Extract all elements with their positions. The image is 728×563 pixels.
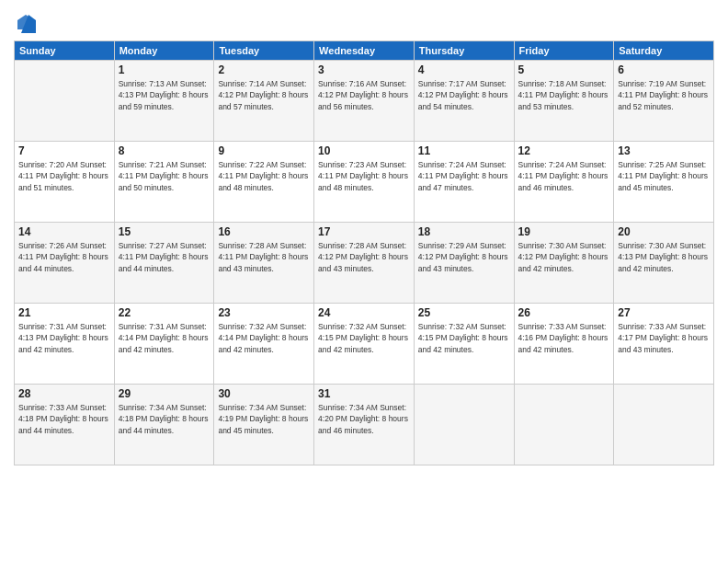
calendar-cell: 2Sunrise: 7:14 AM Sunset: 4:12 PM Daylig… (214, 61, 314, 142)
calendar-cell: 28Sunrise: 7:33 AM Sunset: 4:18 PM Dayli… (15, 385, 115, 465)
day-info: Sunrise: 7:24 AM Sunset: 4:11 PM Dayligh… (518, 159, 610, 193)
day-number: 30 (218, 387, 310, 400)
day-info: Sunrise: 7:33 AM Sunset: 4:16 PM Dayligh… (518, 321, 610, 355)
calendar-cell: 27Sunrise: 7:33 AM Sunset: 4:17 PM Dayli… (614, 304, 714, 385)
day-number: 12 (518, 144, 610, 157)
day-number: 21 (18, 306, 110, 319)
day-number: 15 (119, 225, 210, 238)
calendar-cell: 21Sunrise: 7:31 AM Sunset: 4:13 PM Dayli… (15, 304, 115, 385)
calendar-cell: 17Sunrise: 7:28 AM Sunset: 4:12 PM Dayli… (314, 223, 415, 304)
calendar-cell: 3Sunrise: 7:16 AM Sunset: 4:12 PM Daylig… (314, 61, 415, 142)
day-number: 2 (218, 63, 310, 76)
day-info: Sunrise: 7:25 AM Sunset: 4:11 PM Dayligh… (618, 159, 710, 193)
day-info: Sunrise: 7:33 AM Sunset: 4:18 PM Dayligh… (18, 402, 110, 436)
day-info: Sunrise: 7:21 AM Sunset: 4:11 PM Dayligh… (119, 159, 210, 193)
day-number: 3 (318, 63, 410, 76)
day-number: 17 (318, 225, 410, 238)
day-info: Sunrise: 7:22 AM Sunset: 4:11 PM Dayligh… (218, 159, 310, 193)
day-info: Sunrise: 7:19 AM Sunset: 4:11 PM Dayligh… (618, 78, 710, 112)
calendar-cell: 14Sunrise: 7:26 AM Sunset: 4:11 PM Dayli… (15, 223, 115, 304)
day-number: 6 (618, 63, 710, 76)
day-number: 13 (618, 144, 710, 157)
calendar-cell (15, 61, 115, 142)
calendar-cell: 22Sunrise: 7:31 AM Sunset: 4:14 PM Dayli… (114, 304, 214, 385)
calendar-cell: 16Sunrise: 7:28 AM Sunset: 4:11 PM Dayli… (214, 223, 314, 304)
calendar-cell: 30Sunrise: 7:34 AM Sunset: 4:19 PM Dayli… (214, 385, 314, 465)
day-info: Sunrise: 7:23 AM Sunset: 4:11 PM Dayligh… (318, 159, 410, 193)
day-info: Sunrise: 7:14 AM Sunset: 4:12 PM Dayligh… (218, 78, 310, 112)
calendar-cell: 5Sunrise: 7:18 AM Sunset: 4:11 PM Daylig… (514, 61, 614, 142)
calendar-cell: 10Sunrise: 7:23 AM Sunset: 4:11 PM Dayli… (314, 142, 415, 223)
day-info: Sunrise: 7:17 AM Sunset: 4:12 PM Dayligh… (418, 78, 510, 112)
calendar-cell: 1Sunrise: 7:13 AM Sunset: 4:13 PM Daylig… (114, 61, 214, 142)
calendar-cell: 23Sunrise: 7:32 AM Sunset: 4:14 PM Dayli… (214, 304, 314, 385)
logo-icon (16, 13, 36, 33)
calendar-cell: 31Sunrise: 7:34 AM Sunset: 4:20 PM Dayli… (314, 385, 415, 465)
header (14, 9, 714, 33)
day-info: Sunrise: 7:32 AM Sunset: 4:14 PM Dayligh… (218, 321, 310, 355)
calendar-cell (614, 385, 714, 465)
day-number: 20 (618, 225, 710, 238)
logo (14, 13, 36, 33)
day-number: 28 (18, 387, 110, 400)
calendar-cell: 9Sunrise: 7:22 AM Sunset: 4:11 PM Daylig… (214, 142, 314, 223)
calendar-cell: 18Sunrise: 7:29 AM Sunset: 4:12 PM Dayli… (414, 223, 514, 304)
day-number: 22 (119, 306, 210, 319)
day-info: Sunrise: 7:13 AM Sunset: 4:13 PM Dayligh… (119, 78, 210, 112)
day-info: Sunrise: 7:32 AM Sunset: 4:15 PM Dayligh… (318, 321, 410, 355)
weekday-header-row: SundayMondayTuesdayWednesdayThursdayFrid… (15, 41, 714, 61)
day-info: Sunrise: 7:29 AM Sunset: 4:12 PM Dayligh… (418, 240, 510, 274)
calendar-cell: 29Sunrise: 7:34 AM Sunset: 4:18 PM Dayli… (114, 385, 214, 465)
day-number: 7 (18, 144, 110, 157)
calendar-week-1: 1Sunrise: 7:13 AM Sunset: 4:13 PM Daylig… (15, 61, 714, 142)
day-number: 1 (119, 63, 210, 76)
day-info: Sunrise: 7:26 AM Sunset: 4:11 PM Dayligh… (18, 240, 110, 274)
day-info: Sunrise: 7:30 AM Sunset: 4:12 PM Dayligh… (518, 240, 610, 274)
calendar-cell (414, 385, 514, 465)
page: SundayMondayTuesdayWednesdayThursdayFrid… (0, 0, 728, 563)
day-number: 19 (518, 225, 610, 238)
weekday-header-wednesday: Wednesday (314, 41, 415, 61)
calendar-cell (514, 385, 614, 465)
day-number: 24 (318, 306, 410, 319)
weekday-header-thursday: Thursday (414, 41, 514, 61)
day-number: 14 (18, 225, 110, 238)
day-info: Sunrise: 7:28 AM Sunset: 4:11 PM Dayligh… (218, 240, 310, 274)
day-info: Sunrise: 7:34 AM Sunset: 4:18 PM Dayligh… (119, 402, 210, 436)
weekday-header-tuesday: Tuesday (214, 41, 314, 61)
day-info: Sunrise: 7:30 AM Sunset: 4:13 PM Dayligh… (618, 240, 710, 274)
day-info: Sunrise: 7:34 AM Sunset: 4:19 PM Dayligh… (218, 402, 310, 436)
day-info: Sunrise: 7:31 AM Sunset: 4:13 PM Dayligh… (18, 321, 110, 355)
day-info: Sunrise: 7:33 AM Sunset: 4:17 PM Dayligh… (618, 321, 710, 355)
day-info: Sunrise: 7:34 AM Sunset: 4:20 PM Dayligh… (318, 402, 410, 436)
calendar-cell: 8Sunrise: 7:21 AM Sunset: 4:11 PM Daylig… (114, 142, 214, 223)
calendar-cell: 12Sunrise: 7:24 AM Sunset: 4:11 PM Dayli… (514, 142, 614, 223)
calendar-week-4: 21Sunrise: 7:31 AM Sunset: 4:13 PM Dayli… (15, 304, 714, 385)
calendar-cell: 24Sunrise: 7:32 AM Sunset: 4:15 PM Dayli… (314, 304, 415, 385)
calendar-cell: 20Sunrise: 7:30 AM Sunset: 4:13 PM Dayli… (614, 223, 714, 304)
day-number: 10 (318, 144, 410, 157)
calendar-cell: 25Sunrise: 7:32 AM Sunset: 4:15 PM Dayli… (414, 304, 514, 385)
day-info: Sunrise: 7:24 AM Sunset: 4:11 PM Dayligh… (418, 159, 510, 193)
day-info: Sunrise: 7:16 AM Sunset: 4:12 PM Dayligh… (318, 78, 410, 112)
weekday-header-saturday: Saturday (614, 41, 714, 61)
calendar-week-5: 28Sunrise: 7:33 AM Sunset: 4:18 PM Dayli… (15, 385, 714, 465)
day-number: 18 (418, 225, 510, 238)
day-number: 29 (119, 387, 210, 400)
calendar-cell: 6Sunrise: 7:19 AM Sunset: 4:11 PM Daylig… (614, 61, 714, 142)
calendar-cell: 15Sunrise: 7:27 AM Sunset: 4:11 PM Dayli… (114, 223, 214, 304)
day-number: 8 (119, 144, 210, 157)
calendar-week-2: 7Sunrise: 7:20 AM Sunset: 4:11 PM Daylig… (15, 142, 714, 223)
day-info: Sunrise: 7:32 AM Sunset: 4:15 PM Dayligh… (418, 321, 510, 355)
day-number: 26 (518, 306, 610, 319)
weekday-header-sunday: Sunday (15, 41, 115, 61)
calendar-table: SundayMondayTuesdayWednesdayThursdayFrid… (14, 40, 714, 465)
calendar-cell: 26Sunrise: 7:33 AM Sunset: 4:16 PM Dayli… (514, 304, 614, 385)
calendar-cell: 7Sunrise: 7:20 AM Sunset: 4:11 PM Daylig… (15, 142, 115, 223)
day-number: 23 (218, 306, 310, 319)
day-number: 16 (218, 225, 310, 238)
calendar-cell: 4Sunrise: 7:17 AM Sunset: 4:12 PM Daylig… (414, 61, 514, 142)
day-info: Sunrise: 7:28 AM Sunset: 4:12 PM Dayligh… (318, 240, 410, 274)
day-number: 9 (218, 144, 310, 157)
day-number: 27 (618, 306, 710, 319)
